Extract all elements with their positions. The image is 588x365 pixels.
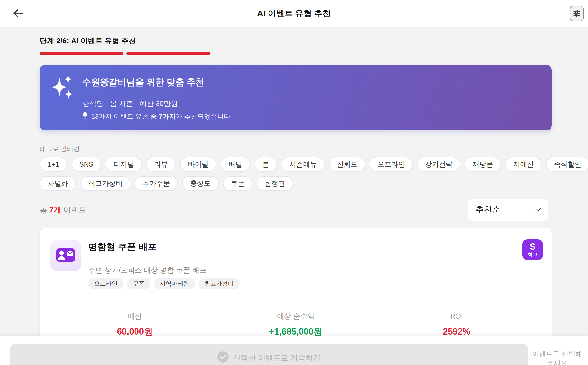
- filter-tag-pill[interactable]: 충성도: [182, 176, 219, 191]
- event-count-number: 7개: [49, 206, 61, 214]
- sparkles-icon: [50, 74, 78, 103]
- progress-segment: [40, 52, 123, 55]
- event-count: 총 7개 이벤트: [40, 206, 86, 214]
- filter-tag-row: 차별화최고가성비추가주문충성도쿠폰한정판: [40, 176, 554, 191]
- filter-tag-pill[interactable]: 쿠폰: [223, 176, 252, 191]
- tag-filter-label: 태그로 필터링: [40, 145, 80, 153]
- filter-tag-pill[interactable]: 배달: [221, 157, 250, 172]
- filter-tag-pill[interactable]: 즉석할인: [546, 157, 588, 172]
- step-label: 단계 2/6: AI 이벤트 유형 추천: [40, 36, 136, 46]
- event-card[interactable]: 명함형 쿠폰 배포 S 최고 주변 상가/오피스 대상 명함 쿠폰 배포 오프라…: [40, 228, 552, 343]
- event-tag: 최고가성비: [198, 278, 240, 289]
- sort-dropdown[interactable]: 추천순: [468, 199, 548, 221]
- event-tag-list: 오프라인쿠폰지역마케팅최고가성비: [88, 278, 240, 289]
- banner-subtitle: 한식당 · 봄 시즌 · 예산 30만원: [82, 99, 178, 109]
- filter-tag-pill[interactable]: 최고가성비: [80, 176, 130, 191]
- filter-tag-pill[interactable]: 디지털: [106, 157, 142, 172]
- stat-column: 예상 순수익+1,685,000원: [215, 312, 376, 337]
- event-description: 주변 상가/오피스 대상 명함 쿠폰 배포: [88, 265, 207, 275]
- stat-column: 예산60,000원: [54, 312, 215, 337]
- filter-tag-pill[interactable]: 장기전략: [417, 157, 460, 172]
- filter-tag-pill[interactable]: 바이럴: [180, 157, 216, 172]
- header-filter-button[interactable]: [570, 6, 584, 21]
- filter-tag-pill[interactable]: 시즌메뉴: [282, 157, 325, 172]
- sort-selected-value: 추천순: [476, 204, 501, 215]
- selection-hint: 이벤트를 선택해주세요: [529, 349, 585, 365]
- contact-card-icon: [56, 248, 75, 263]
- header: AI 이벤트 유형 추천: [0, 0, 588, 27]
- bottom-bar: 선택한 이벤트로 계속하기 이벤트를 선택해주세요: [0, 336, 588, 365]
- stat-label: 예상 순수익: [215, 312, 376, 320]
- ai-recommendation-banner: 수원왕갈비님을 위한 맞춤 추천 한식당 · 봄 시즌 · 예산 30만원 13…: [40, 65, 552, 130]
- filter-tag-pill[interactable]: 오프라인: [370, 157, 413, 172]
- filter-tag-pill[interactable]: 재방문: [465, 157, 501, 172]
- grade-letter: S: [530, 242, 536, 251]
- filter-tag-pill[interactable]: 봄: [255, 157, 277, 172]
- sliders-icon: [572, 9, 581, 18]
- continue-button-label: 선택한 이벤트로 계속하기: [233, 353, 321, 363]
- event-tag: 지역마케팅: [154, 278, 195, 289]
- filter-tag-pill[interactable]: 저예산: [505, 157, 542, 172]
- event-icon-tile: [50, 240, 81, 271]
- filter-tag-pill[interactable]: 1+1: [40, 157, 67, 172]
- grade-badge: S 최고: [522, 239, 543, 260]
- banner-title: 수원왕갈비님을 위한 맞춤 추천: [82, 76, 204, 88]
- filter-tag-pill[interactable]: 추가주문: [135, 176, 178, 191]
- banner-note-text: 13가지 이벤트 유형 중 7가지가 추천되었습니다: [91, 112, 231, 121]
- event-title: 명함형 쿠폰 배포: [88, 241, 157, 253]
- check-circle-icon: [217, 351, 229, 365]
- page-title: AI 이벤트 유형 추천: [0, 0, 588, 27]
- filter-tag-pill[interactable]: SNS: [72, 157, 101, 172]
- tag-filter-list: 1+1SNS디지털리뷰바이럴배달봄시즌메뉴신뢰도오프라인장기전략재방문저예산즉석…: [40, 157, 554, 195]
- banner-note: 13가지 이벤트 유형 중 7가지가 추천되었습니다: [82, 112, 231, 121]
- event-tag: 오프라인: [88, 278, 123, 289]
- filter-tag-pill[interactable]: 리뷰: [146, 157, 176, 172]
- stat-label: 예산: [54, 312, 215, 320]
- filter-tag-pill[interactable]: 신뢰도: [329, 157, 365, 172]
- grade-label: 최고: [528, 251, 538, 257]
- filter-tag-pill[interactable]: 한정판: [257, 176, 293, 191]
- progress-bar: [40, 52, 210, 55]
- stat-column: ROI2592%: [376, 312, 537, 337]
- continue-button[interactable]: 선택한 이벤트로 계속하기: [10, 344, 528, 365]
- stat-label: ROI: [376, 312, 537, 320]
- lightbulb-icon: [82, 112, 88, 121]
- filter-tag-row: 1+1SNS디지털리뷰바이럴배달봄시즌메뉴신뢰도오프라인장기전략재방문저예산즉석…: [40, 157, 554, 172]
- chevron-down-icon: [535, 207, 542, 213]
- event-stats: 예산60,000원예상 순수익+1,685,000원ROI2592%: [54, 312, 537, 337]
- filter-tag-pill[interactable]: 차별화: [40, 176, 76, 191]
- event-tag: 쿠폰: [127, 278, 150, 289]
- progress-segment: [126, 52, 210, 55]
